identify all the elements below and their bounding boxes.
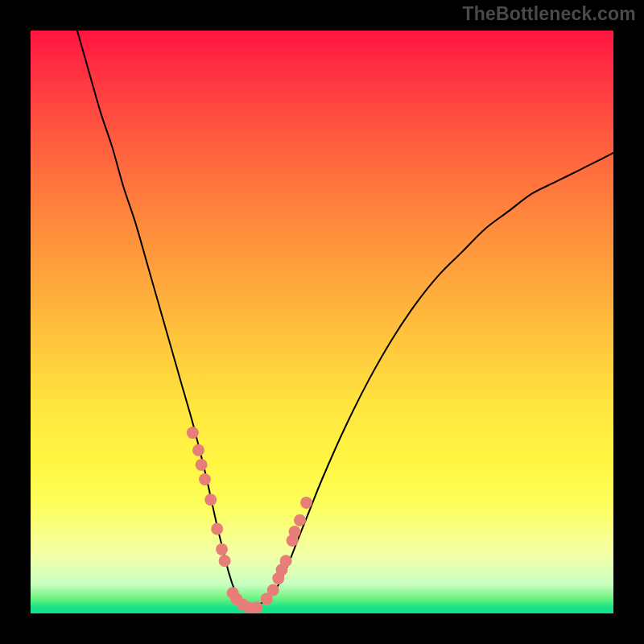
data-marker xyxy=(211,523,223,535)
plot-area xyxy=(31,31,613,613)
marker-group xyxy=(187,427,312,613)
data-marker xyxy=(204,493,217,506)
data-marker xyxy=(267,584,279,597)
watermark-text: TheBottleneck.com xyxy=(462,3,636,25)
data-marker xyxy=(192,444,204,456)
data-marker xyxy=(300,497,312,509)
data-marker xyxy=(294,514,306,526)
data-marker xyxy=(216,543,228,555)
data-marker xyxy=(280,555,292,567)
data-marker xyxy=(187,427,199,439)
data-marker xyxy=(196,459,208,471)
data-marker xyxy=(250,601,262,613)
chart-overlay xyxy=(31,31,613,613)
data-marker xyxy=(199,473,211,485)
bottleneck-curve xyxy=(77,31,613,609)
chart-frame: TheBottleneck.com xyxy=(0,0,644,644)
data-marker xyxy=(289,526,301,538)
data-marker xyxy=(219,555,231,567)
